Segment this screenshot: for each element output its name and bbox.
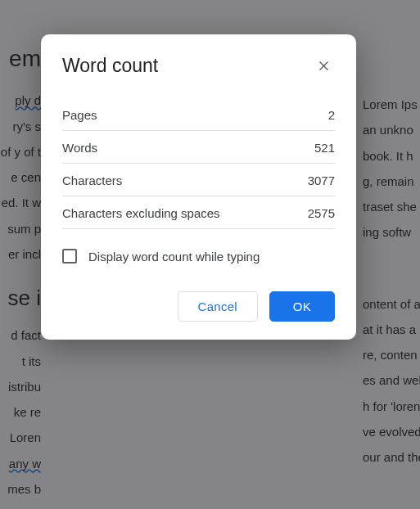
word-count-dialog: Word count Pages 2 Words 521 Characters …: [41, 34, 356, 340]
stat-value: 521: [314, 141, 335, 155]
checkbox-icon: [62, 249, 77, 264]
stat-row-words: Words 521: [62, 131, 335, 164]
dialog-title: Word count: [62, 55, 158, 77]
stat-row-characters-no-spaces: Characters excluding spaces 2575: [62, 196, 335, 229]
cancel-button[interactable]: Cancel: [178, 291, 258, 322]
ok-button[interactable]: OK: [269, 291, 335, 322]
stat-label: Words: [62, 141, 97, 155]
stat-value: 3077: [308, 173, 335, 187]
display-while-typing-checkbox[interactable]: Display word count while typing: [62, 249, 335, 264]
stat-label: Pages: [62, 108, 97, 122]
stat-value: 2: [328, 108, 335, 122]
stat-value: 2575: [308, 206, 335, 220]
stat-label: Characters excluding spaces: [62, 206, 220, 220]
close-icon: [318, 60, 330, 72]
close-button[interactable]: [312, 54, 335, 77]
stat-row-pages: Pages 2: [62, 98, 335, 131]
stat-label: Characters: [62, 173, 122, 187]
stat-row-characters: Characters 3077: [62, 164, 335, 196]
checkbox-label: Display word count while typing: [88, 250, 260, 264]
